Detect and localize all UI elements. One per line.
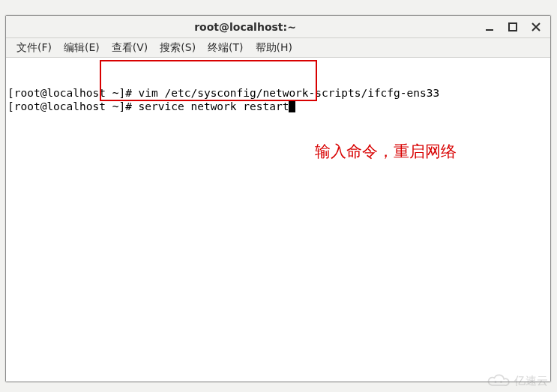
menu-file[interactable]: 文件(F) xyxy=(10,40,58,56)
watermark-text: 亿速云 xyxy=(514,374,548,388)
menubar: 文件(F) 编辑(E) 查看(V) 搜索(S) 终端(T) 帮助(H) xyxy=(6,38,550,58)
menu-terminal[interactable]: 终端(T) xyxy=(202,40,249,56)
window-title: root@localhost:~ xyxy=(6,21,484,33)
cursor xyxy=(289,100,295,112)
watermark: 亿速云 xyxy=(484,373,548,389)
close-button[interactable] xyxy=(531,22,541,32)
maximize-button[interactable] xyxy=(508,22,518,32)
svg-point-3 xyxy=(500,381,502,383)
menu-help[interactable]: 帮助(H) xyxy=(250,40,298,56)
terminal-line: [root@localhost ~]# service network rest… xyxy=(7,100,549,113)
svg-point-2 xyxy=(495,381,497,383)
terminal-line: [root@localhost ~]# vim /etc/sysconfig/n… xyxy=(7,86,549,100)
terminal-area[interactable]: [root@localhost ~]# vim /etc/sysconfig/n… xyxy=(6,58,550,382)
prompt: [root@localhost ~]# xyxy=(7,100,139,112)
terminal-window: root@localhost:~ 文件(F) 编辑(E) 查看(V) 搜索(S)… xyxy=(5,15,551,382)
minimize-button[interactable] xyxy=(484,22,495,32)
window-controls xyxy=(484,22,550,32)
titlebar: root@localhost:~ xyxy=(6,16,550,38)
svg-rect-0 xyxy=(486,29,493,31)
menu-search[interactable]: 搜索(S) xyxy=(154,40,202,56)
svg-rect-1 xyxy=(509,23,517,31)
command-text: service network restart xyxy=(139,100,289,112)
menu-edit[interactable]: 编辑(E) xyxy=(58,40,106,56)
command-text: vim /etc/sysconfig/network-scripts/ifcfg… xyxy=(139,87,440,99)
menu-view[interactable]: 查看(V) xyxy=(106,40,154,56)
prompt: [root@localhost ~]# xyxy=(7,87,139,99)
cloud-icon xyxy=(484,373,511,389)
